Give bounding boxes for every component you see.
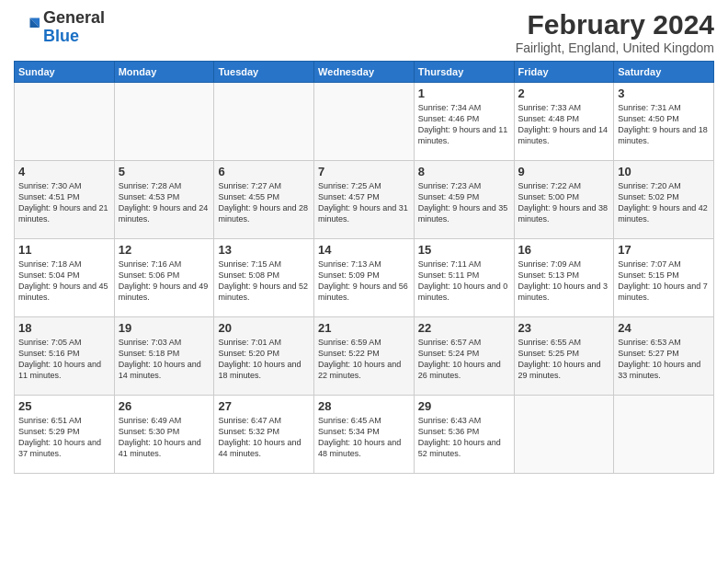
- location: Fairlight, England, United Kingdom: [516, 40, 714, 55]
- logo-blue: Blue: [43, 27, 79, 45]
- day-info: Sunrise: 7:15 AM Sunset: 5:08 PM Dayligh…: [218, 259, 310, 304]
- day-info: Sunrise: 6:53 AM Sunset: 5:27 PM Dayligh…: [618, 337, 710, 382]
- day-info: Sunrise: 7:18 AM Sunset: 5:04 PM Dayligh…: [18, 259, 110, 304]
- calendar-week-row: 1Sunrise: 7:34 AM Sunset: 4:46 PM Daylig…: [15, 83, 714, 161]
- calendar-cell: 24Sunrise: 6:53 AM Sunset: 5:27 PM Dayli…: [614, 317, 714, 396]
- month-title: February 2024: [516, 9, 714, 40]
- calendar-week-row: 18Sunrise: 7:05 AM Sunset: 5:16 PM Dayli…: [15, 317, 714, 396]
- day-number: 25: [18, 399, 110, 413]
- calendar-cell: [514, 396, 614, 474]
- day-info: Sunrise: 7:28 AM Sunset: 4:53 PM Dayligh…: [119, 180, 210, 225]
- calendar-cell: 9Sunrise: 7:22 AM Sunset: 5:00 PM Daylig…: [514, 161, 614, 239]
- day-number: 6: [218, 165, 310, 178]
- day-info: Sunrise: 7:07 AM Sunset: 5:15 PM Dayligh…: [618, 259, 710, 304]
- day-number: 29: [418, 399, 510, 413]
- calendar-cell: 17Sunrise: 7:07 AM Sunset: 5:15 PM Dayli…: [614, 239, 714, 317]
- weekday-header: Friday: [514, 62, 614, 83]
- day-number: 2: [518, 86, 610, 100]
- calendar-cell: 22Sunrise: 6:57 AM Sunset: 5:24 PM Dayli…: [414, 317, 514, 396]
- calendar-table: SundayMondayTuesdayWednesdayThursdayFrid…: [14, 61, 714, 474]
- calendar-week-row: 25Sunrise: 6:51 AM Sunset: 5:29 PM Dayli…: [15, 396, 714, 474]
- day-info: Sunrise: 7:01 AM Sunset: 5:20 PM Dayligh…: [218, 337, 310, 382]
- day-info: Sunrise: 6:45 AM Sunset: 5:34 PM Dayligh…: [318, 415, 410, 460]
- calendar-header: SundayMondayTuesdayWednesdayThursdayFrid…: [15, 62, 714, 83]
- day-number: 19: [119, 321, 210, 335]
- day-number: 16: [518, 243, 610, 257]
- day-number: 13: [218, 243, 310, 257]
- day-number: 24: [618, 321, 710, 335]
- weekday-header: Saturday: [614, 62, 714, 83]
- page-header: General Blue February 2024 Fairlight, En…: [14, 9, 714, 55]
- calendar-cell: [614, 396, 714, 474]
- day-number: 8: [418, 165, 510, 178]
- calendar-cell: 8Sunrise: 7:23 AM Sunset: 4:59 PM Daylig…: [414, 161, 514, 239]
- day-info: Sunrise: 7:13 AM Sunset: 5:09 PM Dayligh…: [318, 259, 410, 304]
- day-info: Sunrise: 7:23 AM Sunset: 4:59 PM Dayligh…: [418, 180, 510, 225]
- day-info: Sunrise: 7:05 AM Sunset: 5:16 PM Dayligh…: [18, 337, 110, 382]
- calendar-cell: 7Sunrise: 7:25 AM Sunset: 4:57 PM Daylig…: [314, 161, 415, 239]
- day-info: Sunrise: 7:27 AM Sunset: 4:55 PM Dayligh…: [218, 180, 310, 225]
- day-info: Sunrise: 6:43 AM Sunset: 5:36 PM Dayligh…: [418, 415, 510, 460]
- day-number: 15: [418, 243, 510, 257]
- calendar-cell: 19Sunrise: 7:03 AM Sunset: 5:18 PM Dayli…: [114, 317, 214, 396]
- calendar-cell: [114, 83, 214, 161]
- logo-general: General: [43, 8, 105, 27]
- calendar-cell: [214, 83, 314, 161]
- day-info: Sunrise: 7:34 AM Sunset: 4:46 PM Dayligh…: [418, 102, 510, 147]
- day-number: 4: [18, 165, 110, 178]
- calendar-cell: 29Sunrise: 6:43 AM Sunset: 5:36 PM Dayli…: [414, 396, 514, 474]
- day-number: 28: [318, 399, 410, 413]
- calendar-cell: 15Sunrise: 7:11 AM Sunset: 5:11 PM Dayli…: [414, 239, 514, 317]
- day-number: 17: [618, 243, 710, 257]
- day-number: 22: [418, 321, 510, 335]
- day-info: Sunrise: 6:49 AM Sunset: 5:30 PM Dayligh…: [119, 415, 210, 460]
- logo: General Blue: [14, 9, 105, 46]
- calendar-cell: 3Sunrise: 7:31 AM Sunset: 4:50 PM Daylig…: [614, 83, 714, 161]
- day-number: 11: [18, 243, 110, 257]
- day-info: Sunrise: 6:57 AM Sunset: 5:24 PM Dayligh…: [418, 337, 510, 382]
- calendar-cell: 2Sunrise: 7:33 AM Sunset: 4:48 PM Daylig…: [514, 83, 614, 161]
- calendar-cell: 14Sunrise: 7:13 AM Sunset: 5:09 PM Dayli…: [314, 239, 415, 317]
- calendar-body: 1Sunrise: 7:34 AM Sunset: 4:46 PM Daylig…: [15, 83, 714, 474]
- calendar-cell: 12Sunrise: 7:16 AM Sunset: 5:06 PM Dayli…: [114, 239, 214, 317]
- weekday-header: Sunday: [15, 62, 115, 83]
- weekday-row: SundayMondayTuesdayWednesdayThursdayFrid…: [15, 62, 714, 83]
- day-info: Sunrise: 6:55 AM Sunset: 5:25 PM Dayligh…: [518, 337, 610, 382]
- day-number: 26: [119, 399, 210, 413]
- calendar-cell: 10Sunrise: 7:20 AM Sunset: 5:02 PM Dayli…: [614, 161, 714, 239]
- logo-text: General Blue: [43, 9, 105, 46]
- day-info: Sunrise: 7:16 AM Sunset: 5:06 PM Dayligh…: [119, 259, 210, 304]
- day-info: Sunrise: 7:25 AM Sunset: 4:57 PM Dayligh…: [318, 180, 410, 225]
- calendar-cell: 18Sunrise: 7:05 AM Sunset: 5:16 PM Dayli…: [15, 317, 115, 396]
- calendar-cell: 25Sunrise: 6:51 AM Sunset: 5:29 PM Dayli…: [15, 396, 115, 474]
- title-section: February 2024 Fairlight, England, United…: [516, 9, 714, 55]
- calendar-cell: 1Sunrise: 7:34 AM Sunset: 4:46 PM Daylig…: [414, 83, 514, 161]
- weekday-header: Thursday: [414, 62, 514, 83]
- calendar-cell: 28Sunrise: 6:45 AM Sunset: 5:34 PM Dayli…: [314, 396, 415, 474]
- day-info: Sunrise: 6:59 AM Sunset: 5:22 PM Dayligh…: [318, 337, 410, 382]
- day-number: 5: [119, 165, 210, 178]
- day-info: Sunrise: 7:33 AM Sunset: 4:48 PM Dayligh…: [518, 102, 610, 147]
- day-number: 3: [618, 86, 710, 100]
- calendar-week-row: 11Sunrise: 7:18 AM Sunset: 5:04 PM Dayli…: [15, 239, 714, 317]
- weekday-header: Wednesday: [314, 62, 415, 83]
- day-number: 10: [618, 165, 710, 178]
- day-number: 9: [518, 165, 610, 178]
- calendar-cell: 27Sunrise: 6:47 AM Sunset: 5:32 PM Dayli…: [214, 396, 314, 474]
- logo-icon: [14, 15, 40, 40]
- calendar-cell: 26Sunrise: 6:49 AM Sunset: 5:30 PM Dayli…: [114, 396, 214, 474]
- day-info: Sunrise: 6:47 AM Sunset: 5:32 PM Dayligh…: [218, 415, 310, 460]
- calendar-cell: 4Sunrise: 7:30 AM Sunset: 4:51 PM Daylig…: [15, 161, 115, 239]
- calendar-cell: 16Sunrise: 7:09 AM Sunset: 5:13 PM Dayli…: [514, 239, 614, 317]
- weekday-header: Tuesday: [214, 62, 314, 83]
- day-info: Sunrise: 6:51 AM Sunset: 5:29 PM Dayligh…: [18, 415, 110, 460]
- calendar-cell: 20Sunrise: 7:01 AM Sunset: 5:20 PM Dayli…: [214, 317, 314, 396]
- calendar-cell: 21Sunrise: 6:59 AM Sunset: 5:22 PM Dayli…: [314, 317, 415, 396]
- day-number: 27: [218, 399, 310, 413]
- calendar-cell: [314, 83, 415, 161]
- day-info: Sunrise: 7:09 AM Sunset: 5:13 PM Dayligh…: [518, 259, 610, 304]
- calendar-week-row: 4Sunrise: 7:30 AM Sunset: 4:51 PM Daylig…: [15, 161, 714, 239]
- calendar-cell: 23Sunrise: 6:55 AM Sunset: 5:25 PM Dayli…: [514, 317, 614, 396]
- day-number: 20: [218, 321, 310, 335]
- day-number: 21: [318, 321, 410, 335]
